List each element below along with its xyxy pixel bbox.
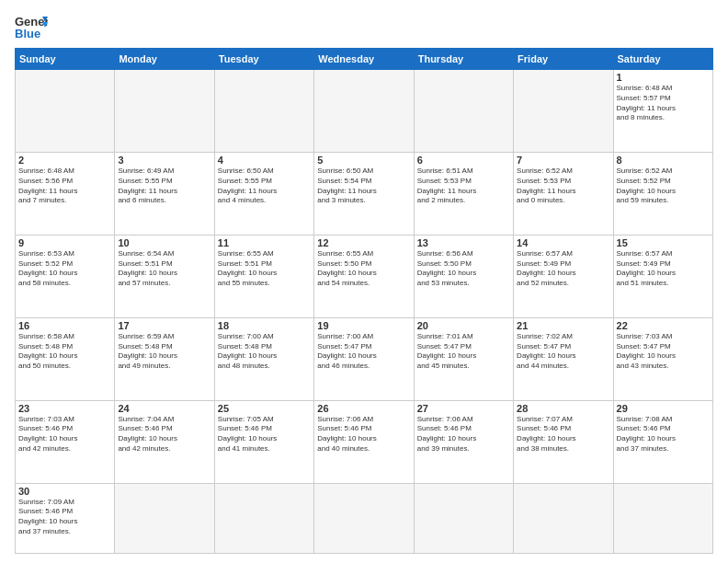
day-of-week-header: Wednesday	[314, 49, 414, 70]
calendar-cell: 14Sunrise: 6:57 AM Sunset: 5:49 PM Dayli…	[514, 235, 613, 317]
day-number: 15	[617, 237, 710, 248]
calendar-cell: 4Sunrise: 6:50 AM Sunset: 5:55 PM Daylig…	[214, 152, 313, 235]
calendar-cell	[613, 483, 712, 553]
calendar-cell: 2Sunrise: 6:48 AM Sunset: 5:56 PM Daylig…	[16, 152, 115, 235]
calendar-cell: 27Sunrise: 7:06 AM Sunset: 5:46 PM Dayli…	[414, 400, 513, 483]
calendar-cell	[414, 483, 513, 553]
day-info: Sunrise: 6:55 AM Sunset: 5:51 PM Dayligh…	[218, 249, 311, 289]
day-number: 20	[417, 320, 510, 331]
day-number: 3	[118, 155, 210, 166]
calendar-cell	[314, 70, 414, 153]
day-number: 21	[517, 320, 609, 331]
day-number: 28	[517, 403, 609, 414]
day-info: Sunrise: 6:54 AM Sunset: 5:51 PM Dayligh…	[118, 249, 210, 289]
day-info: Sunrise: 7:07 AM Sunset: 5:46 PM Dayligh…	[517, 415, 609, 454]
calendar-cell: 21Sunrise: 7:02 AM Sunset: 5:47 PM Dayli…	[514, 317, 613, 400]
calendar-cell: 18Sunrise: 7:00 AM Sunset: 5:48 PM Dayli…	[214, 317, 313, 400]
day-of-week-header: Monday	[115, 49, 214, 70]
day-info: Sunrise: 6:55 AM Sunset: 5:50 PM Dayligh…	[317, 249, 410, 289]
day-number: 30	[18, 486, 111, 497]
day-number: 17	[118, 320, 210, 331]
svg-text:Blue: Blue	[15, 27, 40, 40]
calendar-cell: 8Sunrise: 6:52 AM Sunset: 5:52 PM Daylig…	[613, 152, 712, 235]
calendar-cell	[214, 483, 313, 553]
day-info: Sunrise: 6:57 AM Sunset: 5:49 PM Dayligh…	[617, 249, 710, 289]
day-info: Sunrise: 7:08 AM Sunset: 5:46 PM Dayligh…	[617, 415, 710, 454]
calendar-cell: 29Sunrise: 7:08 AM Sunset: 5:46 PM Dayli…	[613, 400, 712, 483]
day-number: 7	[517, 155, 609, 166]
day-info: Sunrise: 6:50 AM Sunset: 5:55 PM Dayligh…	[218, 167, 311, 206]
day-number: 6	[417, 155, 510, 166]
day-info: Sunrise: 7:00 AM Sunset: 5:47 PM Dayligh…	[317, 332, 410, 372]
calendar-cell: 28Sunrise: 7:07 AM Sunset: 5:46 PM Dayli…	[514, 400, 613, 483]
day-number: 10	[118, 237, 210, 248]
calendar-cell: 25Sunrise: 7:05 AM Sunset: 5:46 PM Dayli…	[214, 400, 313, 483]
day-number: 27	[417, 403, 510, 414]
calendar-cell: 3Sunrise: 6:49 AM Sunset: 5:55 PM Daylig…	[115, 152, 214, 235]
calendar-cell: 24Sunrise: 7:04 AM Sunset: 5:46 PM Dayli…	[115, 400, 214, 483]
day-number: 4	[218, 155, 311, 166]
day-info: Sunrise: 6:49 AM Sunset: 5:55 PM Dayligh…	[118, 167, 210, 206]
calendar-cell: 10Sunrise: 6:54 AM Sunset: 5:51 PM Dayli…	[115, 235, 214, 317]
calendar-cell	[314, 483, 414, 553]
day-number: 16	[18, 320, 111, 331]
calendar-cell	[414, 70, 513, 153]
day-number: 23	[18, 403, 111, 414]
day-info: Sunrise: 7:05 AM Sunset: 5:46 PM Dayligh…	[218, 415, 311, 454]
day-number: 22	[617, 320, 710, 331]
calendar-cell	[115, 70, 214, 153]
calendar-cell: 5Sunrise: 6:50 AM Sunset: 5:54 PM Daylig…	[314, 152, 414, 235]
calendar-cell: 19Sunrise: 7:00 AM Sunset: 5:47 PM Dayli…	[314, 317, 414, 400]
day-number: 9	[18, 237, 111, 248]
day-info: Sunrise: 6:48 AM Sunset: 5:56 PM Dayligh…	[18, 167, 111, 206]
day-of-week-header: Sunday	[16, 49, 115, 70]
calendar-cell: 6Sunrise: 6:51 AM Sunset: 5:53 PM Daylig…	[414, 152, 513, 235]
day-number: 24	[118, 403, 210, 414]
day-of-week-header: Saturday	[613, 49, 712, 70]
day-number: 18	[218, 320, 311, 331]
calendar-cell	[115, 483, 214, 553]
logo-icon: General Blue	[15, 13, 48, 40]
day-info: Sunrise: 6:52 AM Sunset: 5:53 PM Dayligh…	[517, 167, 609, 206]
header: General Blue	[15, 13, 713, 40]
page: General Blue SundayMondayTuesdayWednesda…	[0, 0, 728, 563]
day-info: Sunrise: 7:02 AM Sunset: 5:47 PM Dayligh…	[517, 332, 609, 372]
calendar-cell	[514, 483, 613, 553]
day-number: 19	[317, 320, 410, 331]
calendar-cell	[16, 70, 115, 153]
day-number: 29	[617, 403, 710, 414]
day-number: 2	[18, 155, 111, 166]
calendar-cell: 26Sunrise: 7:06 AM Sunset: 5:46 PM Dayli…	[314, 400, 414, 483]
day-number: 1	[617, 72, 710, 83]
day-info: Sunrise: 6:50 AM Sunset: 5:54 PM Dayligh…	[317, 167, 410, 206]
calendar-cell: 30Sunrise: 7:09 AM Sunset: 5:46 PM Dayli…	[16, 483, 115, 553]
day-info: Sunrise: 6:51 AM Sunset: 5:53 PM Dayligh…	[417, 167, 510, 206]
day-info: Sunrise: 7:03 AM Sunset: 5:46 PM Dayligh…	[18, 415, 111, 454]
calendar-cell	[214, 70, 313, 153]
calendar-cell: 9Sunrise: 6:53 AM Sunset: 5:52 PM Daylig…	[16, 235, 115, 317]
day-number: 26	[317, 403, 410, 414]
calendar-table: SundayMondayTuesdayWednesdayThursdayFrid…	[15, 48, 713, 554]
day-number: 5	[317, 155, 410, 166]
day-info: Sunrise: 7:00 AM Sunset: 5:48 PM Dayligh…	[218, 332, 311, 372]
calendar-cell: 15Sunrise: 6:57 AM Sunset: 5:49 PM Dayli…	[613, 235, 712, 317]
calendar-cell: 12Sunrise: 6:55 AM Sunset: 5:50 PM Dayli…	[314, 235, 414, 317]
day-info: Sunrise: 6:52 AM Sunset: 5:52 PM Dayligh…	[617, 167, 710, 206]
calendar-cell: 23Sunrise: 7:03 AM Sunset: 5:46 PM Dayli…	[16, 400, 115, 483]
day-info: Sunrise: 6:48 AM Sunset: 5:57 PM Dayligh…	[617, 84, 710, 123]
day-info: Sunrise: 7:06 AM Sunset: 5:46 PM Dayligh…	[417, 415, 510, 454]
day-of-week-header: Thursday	[414, 49, 513, 70]
day-info: Sunrise: 7:04 AM Sunset: 5:46 PM Dayligh…	[118, 415, 210, 454]
calendar-cell: 1Sunrise: 6:48 AM Sunset: 5:57 PM Daylig…	[613, 70, 712, 153]
day-info: Sunrise: 7:06 AM Sunset: 5:46 PM Dayligh…	[317, 415, 410, 454]
day-info: Sunrise: 6:59 AM Sunset: 5:48 PM Dayligh…	[118, 332, 210, 372]
day-number: 14	[517, 237, 609, 248]
calendar-cell: 11Sunrise: 6:55 AM Sunset: 5:51 PM Dayli…	[214, 235, 313, 317]
day-info: Sunrise: 6:58 AM Sunset: 5:48 PM Dayligh…	[18, 332, 111, 372]
logo: General Blue	[15, 13, 48, 40]
day-number: 12	[317, 237, 410, 248]
day-of-week-header: Friday	[514, 49, 613, 70]
day-info: Sunrise: 6:56 AM Sunset: 5:50 PM Dayligh…	[417, 249, 510, 289]
calendar-cell: 22Sunrise: 7:03 AM Sunset: 5:47 PM Dayli…	[613, 317, 712, 400]
day-info: Sunrise: 7:03 AM Sunset: 5:47 PM Dayligh…	[617, 332, 710, 372]
